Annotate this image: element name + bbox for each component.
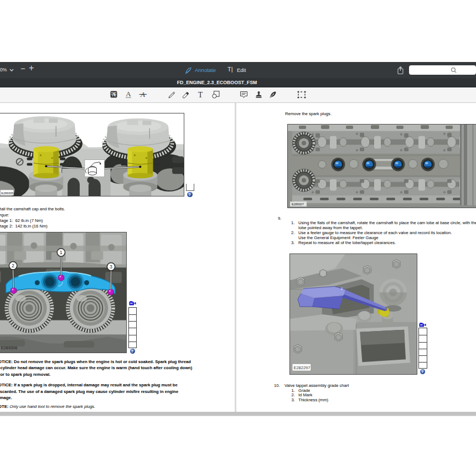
svg-text:A: A xyxy=(126,90,131,98)
svg-text:1: 1 xyxy=(60,250,63,255)
svg-text:E289307: E289307 xyxy=(292,203,304,206)
svg-text:3: 3 xyxy=(110,264,112,270)
svg-text:2: 2 xyxy=(12,263,14,268)
svg-text:E289306: E289306 xyxy=(1,345,18,350)
svg-text:E282297: E282297 xyxy=(293,365,310,370)
svg-text:T: T xyxy=(198,91,203,99)
svg-text:E289305: E289305 xyxy=(1,192,13,195)
